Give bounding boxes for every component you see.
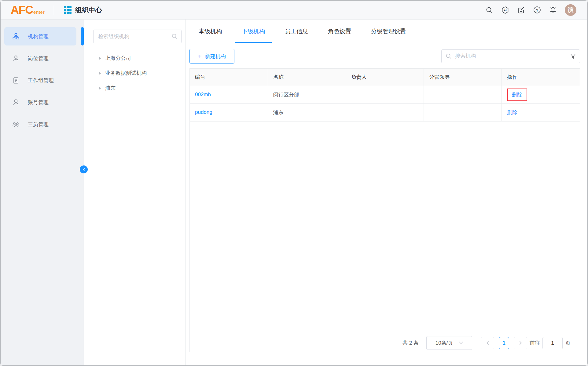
delete-link[interactable]: 删除	[507, 110, 517, 115]
chevron-down-icon	[459, 342, 463, 344]
tab-employee-info[interactable]: 员工信息	[285, 20, 308, 43]
users-group-icon	[12, 121, 20, 128]
search-icon	[171, 33, 178, 39]
logo-text-main: AFC	[11, 4, 33, 16]
tab-sub-org[interactable]: 下级机构	[242, 20, 265, 43]
table-header-row: 编号 名称 负责人 分管领导 操作	[190, 69, 580, 86]
app-window: AFCenter 组织中心 AI ? 演	[0, 0, 588, 366]
column-header-owner: 负责人	[346, 69, 424, 86]
collapse-panel-button[interactable]	[80, 165, 88, 173]
sidebar: 机构管理 岗位管理 工作组管理 账号管理	[1, 20, 84, 365]
org-tree-panel: 上海分公司 业务数据测试机构 浦东	[84, 20, 186, 365]
org-name: 浦东	[273, 110, 284, 115]
sidebar-item-label: 工作组管理	[28, 77, 54, 84]
tree-node-label: 上海分公司	[105, 55, 131, 62]
new-org-button[interactable]: + 新建机构	[189, 49, 234, 63]
ai-assistant-icon[interactable]: AI	[501, 6, 509, 14]
app-title: 组织中心	[75, 5, 102, 15]
page-size-value: 10条/页	[435, 339, 453, 346]
help-icon[interactable]: ?	[533, 6, 541, 14]
org-code-link[interactable]: pudong	[195, 109, 212, 115]
caret-right-icon[interactable]	[99, 87, 101, 90]
chevron-right-icon	[519, 341, 522, 345]
sidebar-item-label: 机构管理	[28, 33, 49, 40]
next-page-button[interactable]	[514, 337, 527, 349]
org-table-container: 编号 名称 负责人 分管领导 操作 002mh 闵行区分部	[189, 68, 580, 352]
pagination-total: 共 2 条	[402, 339, 419, 346]
app-header: AFCenter 组织中心 AI ? 演	[1, 1, 587, 20]
org-name: 闵行区分部	[273, 92, 299, 98]
sidebar-item-label: 岗位管理	[28, 55, 49, 62]
goto-page-input[interactable]	[542, 337, 563, 349]
sidebar-item-org-management[interactable]: 机构管理	[4, 27, 76, 45]
tree-node-label: 业务数据测试机构	[105, 70, 147, 77]
sub-org-table: 编号 名称 负责人 分管领导 操作 002mh 闵行区分部	[190, 69, 580, 121]
goto-label: 前往	[530, 339, 540, 346]
compose-icon[interactable]	[517, 6, 525, 14]
prev-page-button[interactable]	[481, 337, 494, 349]
delete-link[interactable]: 删除	[512, 92, 522, 98]
org-tree: 上海分公司 业务数据测试机构 浦东	[84, 51, 185, 96]
page-number-1[interactable]: 1	[499, 337, 509, 349]
tree-search-input[interactable]	[93, 30, 182, 43]
tab-bar: 本级机构 下级机构 员工信息 角色设置 分级管理设置	[189, 20, 580, 43]
afcenter-logo[interactable]: AFCenter	[11, 4, 45, 16]
org-chart-icon	[12, 33, 20, 40]
bell-icon[interactable]	[549, 6, 557, 14]
table-row: pudong 浦东 删除	[190, 103, 580, 121]
search-icon	[446, 53, 452, 59]
svg-text:?: ?	[536, 8, 538, 13]
plus-icon: +	[198, 53, 202, 59]
org-search-input[interactable]	[441, 49, 580, 63]
tree-node-label: 浦东	[105, 85, 116, 92]
sidebar-item-label: 三员管理	[28, 121, 49, 128]
sidebar-item-three-role-management[interactable]: 三员管理	[4, 115, 76, 133]
sidebar-item-account-management[interactable]: 账号管理	[4, 93, 76, 111]
table-row: 002mh 闵行区分部 删除	[190, 86, 580, 103]
new-org-button-label: 新建机构	[205, 53, 226, 60]
column-header-code: 编号	[190, 69, 268, 86]
pagination-bar: 共 2 条 10条/页 1 前往 页	[190, 334, 580, 352]
table-empty-space	[190, 121, 580, 334]
column-header-actions: 操作	[502, 69, 580, 86]
chevron-left-icon	[486, 341, 489, 345]
page-unit-label: 页	[565, 339, 571, 346]
column-header-name: 名称	[268, 69, 346, 86]
tree-search	[93, 30, 182, 43]
page-size-select[interactable]: 10条/页	[426, 336, 472, 350]
sidebar-item-position-management[interactable]: 岗位管理	[4, 49, 76, 67]
toolbar: + 新建机构	[189, 49, 580, 63]
sidebar-item-workgroup-management[interactable]: 工作组管理	[4, 71, 76, 89]
tree-node-pudong[interactable]: 浦东	[84, 81, 185, 96]
main-content: 本级机构 下级机构 员工信息 角色设置 分级管理设置 + 新建机构	[186, 20, 587, 365]
tab-role-settings[interactable]: 角色设置	[328, 20, 351, 43]
search-icon[interactable]	[485, 6, 493, 14]
annotation-highlight-box: 删除	[507, 89, 527, 101]
caret-right-icon[interactable]	[99, 57, 101, 60]
tree-node-business-data-test-org[interactable]: 业务数据测试机构	[84, 66, 185, 81]
sidebar-item-label: 账号管理	[28, 99, 49, 106]
filter-funnel-icon[interactable]	[570, 53, 576, 59]
tree-node-shanghai-branch[interactable]: 上海分公司	[84, 51, 185, 66]
clipboard-icon	[12, 77, 20, 84]
tab-hierarchy-settings[interactable]: 分级管理设置	[371, 20, 406, 43]
position-badge-icon	[12, 55, 20, 62]
column-header-leader: 分管领导	[424, 69, 502, 86]
sidebar-active-indicator	[81, 27, 84, 45]
header-divider	[54, 5, 54, 15]
app-grid-icon[interactable]	[64, 6, 72, 14]
tab-current-org[interactable]: 本级机构	[199, 20, 222, 43]
logo-text-sub: enter	[33, 9, 45, 15]
caret-right-icon[interactable]	[99, 72, 101, 75]
svg-text:AI: AI	[504, 9, 507, 12]
org-code-link[interactable]: 002mh	[195, 92, 211, 97]
user-avatar[interactable]: 演	[565, 4, 576, 16]
org-search	[441, 49, 580, 63]
user-icon	[12, 99, 20, 106]
